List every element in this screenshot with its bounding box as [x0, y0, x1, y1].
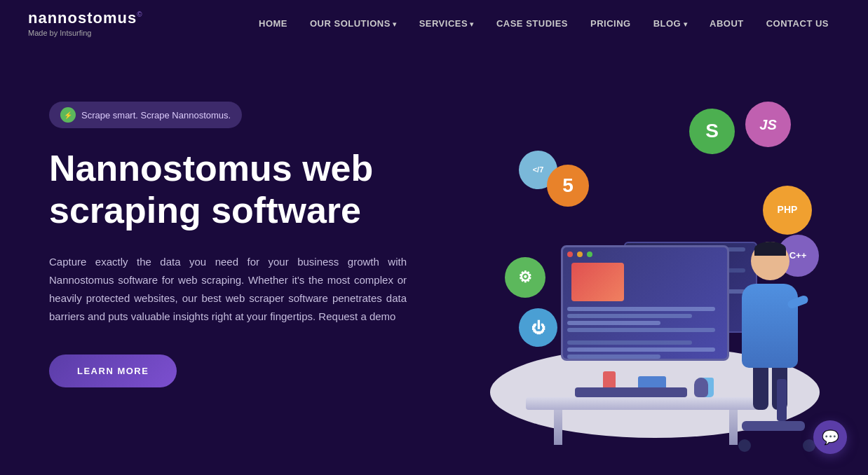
- nav-item-home[interactable]: HOME: [247, 17, 299, 29]
- html5-icon: 5: [547, 165, 589, 207]
- navbar: nannostomus Made by Intsurfing HOME OUR …: [0, 0, 868, 46]
- sass-icon: S: [689, 109, 735, 154]
- nav-item-case-studies[interactable]: CASE STUDIES: [485, 17, 579, 29]
- nav-links: HOME OUR SOLUTIONS SERVICES CASE STUDIES…: [247, 17, 840, 29]
- badge-icon: ⚡: [60, 107, 76, 123]
- person-hair: [754, 242, 786, 256]
- chair-seat: [742, 421, 805, 431]
- nav-item-pricing[interactable]: PRICING: [579, 17, 642, 29]
- learn-more-button[interactable]: LEARN MORE: [49, 354, 177, 387]
- hero-section: ⚡ Scrape smart. Scrape Nannostomus. Nann…: [0, 46, 868, 475]
- desk-leg-left: [554, 406, 562, 445]
- hero-title: Nannostomus web scraping software: [49, 148, 470, 232]
- badge-text: Scrape smart. Scrape Nannostomus.: [81, 110, 231, 121]
- mouse: [694, 378, 708, 397]
- chat-button[interactable]: 💬: [813, 420, 847, 454]
- nav-item-blog[interactable]: BLOG: [642, 17, 698, 29]
- nav-item-contact[interactable]: CONTACT US: [755, 17, 840, 29]
- nav-item-about[interactable]: ABOUT: [698, 17, 755, 29]
- hero-badge: ⚡ Scrape smart. Scrape Nannostomus.: [49, 102, 242, 128]
- nav-item-solutions[interactable]: OUR SOLUTIONS: [299, 17, 408, 29]
- chair-back: [777, 379, 787, 421]
- php-icon: PHP: [763, 186, 812, 235]
- logo[interactable]: nannostomus Made by Intsurfing: [28, 9, 143, 37]
- hero-illustration: </7 5 S JS PHP C++ ⚙ ⏻: [484, 88, 826, 452]
- chair-wheel-left: [738, 439, 751, 452]
- js-icon: JS: [745, 102, 791, 147]
- nav-item-services[interactable]: SERVICES: [408, 17, 485, 29]
- desk-surface: [526, 397, 757, 410]
- keyboard: [575, 387, 687, 397]
- hero-description: Capture exactly the data you need for yo…: [49, 253, 407, 326]
- logo-text: nannostomus: [28, 9, 143, 27]
- monitor-primary: [561, 245, 729, 361]
- power-icon: ⏻: [519, 308, 557, 347]
- gear-icon: ⚙: [505, 257, 545, 298]
- chat-icon: 💬: [822, 429, 839, 446]
- person: [742, 242, 798, 410]
- person-body: [742, 284, 798, 368]
- hero-left: ⚡ Scrape smart. Scrape Nannostomus. Nann…: [49, 88, 470, 387]
- person-head: [751, 242, 789, 280]
- logo-tagline: Made by Intsurfing: [28, 29, 143, 37]
- chair: [735, 396, 819, 452]
